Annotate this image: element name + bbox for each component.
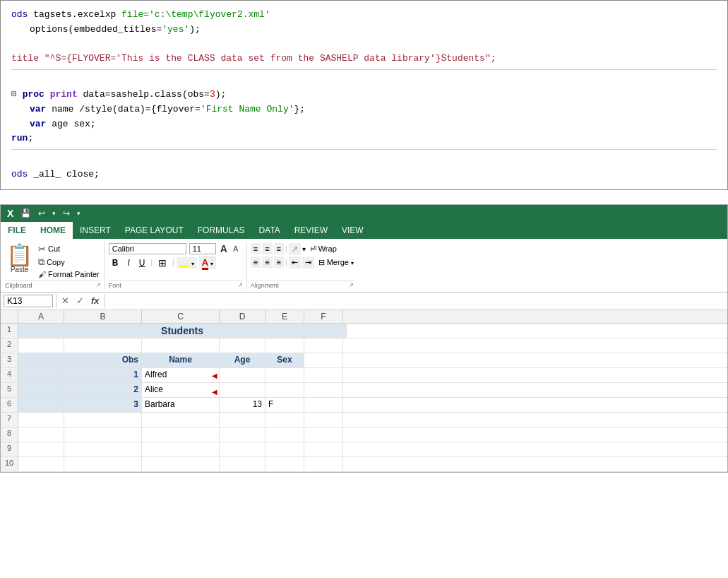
alignment-group: ≡ ≡ ≡ | ↗ ▾ ⏎ Wrap ≡ ≡ ≡ | ⇤ (251, 242, 354, 289)
border-button[interactable]: ⊞ (155, 256, 170, 270)
col-header-d[interactable]: D (220, 310, 265, 323)
tab-insert[interactable]: INSERT (73, 222, 118, 239)
clipboard-small-items: ✂ Cut ⧉ Copy 🖌 Format Painter (37, 243, 101, 279)
top-align-button[interactable]: ≡ (251, 243, 261, 254)
col-header-b[interactable]: B (64, 310, 142, 323)
tab-data[interactable]: DATA (251, 222, 287, 239)
cell-b5[interactable]: 2 (64, 383, 142, 397)
cell-e6[interactable]: F (265, 398, 304, 412)
center-align-button[interactable]: ≡ (262, 256, 272, 268)
bold-button[interactable]: B (109, 256, 122, 269)
tab-review[interactable]: REVIEW (287, 222, 335, 239)
tab-home[interactable]: HOME (33, 222, 73, 239)
ribbon-content: 📋 Paste ✂ Cut ⧉ Copy 🖌 Format Pain (1, 239, 727, 293)
table-row: 3 Obs Name Age Sex (1, 353, 727, 368)
code-line-var1: var name /style(data)={flyover='First Na… (30, 102, 717, 117)
cell-f5[interactable] (304, 383, 343, 397)
cell-e3[interactable]: Sex (265, 353, 304, 367)
format-painter-icon: 🖌 (38, 270, 46, 278)
font-shrink-button[interactable]: A (232, 244, 239, 253)
middle-align-button[interactable]: ≡ (262, 243, 272, 254)
tab-page-layout[interactable]: PAGE LAYOUT (118, 222, 191, 239)
cell-e4[interactable] (265, 368, 304, 382)
cell-c2[interactable] (142, 338, 220, 353)
font-grow-button[interactable]: A (219, 243, 229, 254)
cell-d6[interactable]: 13 (220, 398, 265, 412)
decrease-indent-button[interactable]: ⇤ (289, 256, 301, 269)
cut-button[interactable]: ✂ Cut (37, 243, 101, 255)
col-header-a[interactable]: A (18, 310, 64, 323)
cell-c5[interactable]: Alice ◀ (142, 383, 220, 397)
cell-d4[interactable] (220, 368, 265, 382)
tab-view[interactable]: VIEW (335, 222, 371, 239)
increase-indent-button[interactable]: ⇥ (302, 256, 314, 269)
paste-icon: 📋 (6, 244, 32, 266)
code-line-title: title "^S={FLYOVER='This is the CLASS da… (11, 52, 717, 66)
table-row: 5 2 Alice ◀ (1, 383, 727, 398)
tab-formulas[interactable]: FORMULAS (191, 222, 252, 239)
cell-c3[interactable]: Name (142, 353, 220, 367)
fill-color-button[interactable]: ▾ (177, 257, 197, 269)
col-header-e[interactable]: E (265, 310, 304, 323)
cell-a2[interactable] (18, 338, 64, 353)
merge-label: Merge (327, 258, 349, 266)
qa-dropdown-icon[interactable]: ▾ (75, 209, 83, 218)
paste-button[interactable]: 📋 Paste (5, 243, 34, 275)
cell-a5[interactable] (18, 383, 64, 397)
merge-dropdown-icon[interactable]: ▾ (351, 260, 354, 266)
cell-c4[interactable]: Alfred ◀ (142, 368, 220, 382)
cell-a4[interactable] (18, 368, 64, 382)
font-color-dropdown-icon[interactable]: ▾ (210, 261, 213, 267)
copy-button[interactable]: ⧉ Copy (37, 256, 101, 269)
cell-a6[interactable] (18, 398, 64, 412)
cell-f3[interactable] (304, 353, 343, 367)
cell-a1[interactable]: Students (18, 324, 347, 338)
col-header-c[interactable]: C (142, 310, 220, 323)
cell-b3[interactable]: Obs (64, 353, 142, 367)
cell-d2[interactable] (220, 338, 265, 353)
undo-dropdown-icon[interactable]: ▾ (50, 209, 58, 218)
cell-f2[interactable] (304, 338, 343, 353)
cell-e2[interactable] (265, 338, 304, 353)
cell-d3[interactable]: Age (220, 353, 265, 367)
formula-cancel-icon[interactable]: ✕ (59, 295, 71, 307)
scissors-icon: ✂ (38, 244, 46, 254)
redo-icon[interactable]: ↪ (61, 208, 72, 219)
formula-confirm-icon[interactable]: ✓ (74, 295, 86, 307)
font-expand-icon[interactable]: ↗ (238, 282, 243, 288)
wrap-text-button[interactable]: ⏎ Wrap (310, 244, 337, 254)
alignment-expand-icon[interactable]: ↗ (349, 282, 354, 288)
right-align-button[interactable]: ≡ (274, 256, 284, 268)
underline-button[interactable]: U (136, 256, 149, 269)
cell-b2[interactable] (64, 338, 142, 353)
font-bottom-row: B I U | ⊞ | ▾ A ▾ (109, 256, 243, 270)
orientation-button[interactable]: ↗ (289, 243, 301, 255)
row-num-2: 2 (1, 338, 18, 353)
save-icon[interactable]: 💾 (18, 208, 33, 219)
fill-dropdown-icon[interactable]: ▾ (191, 261, 194, 267)
cell-a3[interactable] (18, 353, 64, 367)
font-size-input[interactable] (189, 243, 216, 254)
cell-e5[interactable] (265, 383, 304, 397)
clipboard-expand-icon[interactable]: ↗ (96, 282, 101, 288)
name-box-input[interactable] (4, 295, 53, 307)
cell-c6[interactable]: Barbara (142, 398, 220, 412)
formula-fx-icon[interactable]: fx (89, 295, 102, 307)
format-painter-button[interactable]: 🖌 Format Painter (37, 269, 101, 279)
cell-f4[interactable] (304, 368, 343, 382)
bottom-align-button[interactable]: ≡ (274, 243, 284, 254)
font-name-input[interactable] (109, 243, 186, 254)
cell-b4[interactable]: 1 (64, 368, 142, 382)
col-header-f[interactable]: F (304, 310, 343, 323)
formula-input[interactable] (108, 295, 724, 307)
cell-b6[interactable]: 3 (64, 398, 142, 412)
undo-icon[interactable]: ↩ (36, 208, 47, 219)
tab-file[interactable]: FILE (1, 222, 33, 239)
row-num-4: 4 (1, 368, 18, 382)
cell-d5[interactable] (220, 383, 265, 397)
font-color-button[interactable]: A ▾ (199, 256, 216, 269)
left-align-button[interactable]: ≡ (251, 256, 261, 268)
italic-button[interactable]: I (124, 256, 133, 269)
merge-cells-button[interactable]: ⊟ Merge ▾ (318, 258, 354, 267)
cell-f6[interactable] (304, 398, 343, 412)
